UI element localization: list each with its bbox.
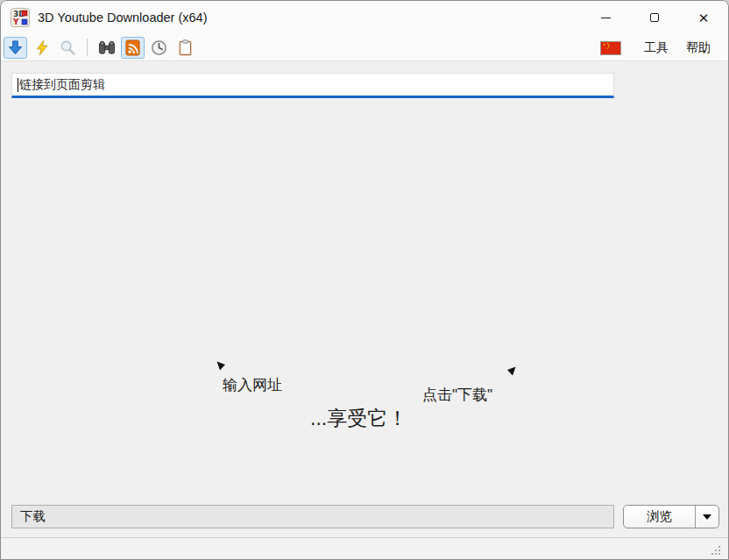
minimize-icon: [601, 18, 611, 18]
close-icon: ✕: [698, 11, 710, 25]
window-title: 3D Youtube Downloader (x64): [38, 11, 207, 25]
download-arrow-icon: [7, 39, 24, 56]
toolbar-right-group: 工具 帮助: [600, 34, 719, 61]
hint-enjoy: ...享受它！: [310, 405, 407, 432]
toolbar-analyze-button[interactable]: [56, 37, 80, 59]
main-area: 输入网址 点击"下载" ...享受它！: [1, 101, 728, 500]
clipboard-icon: [178, 39, 193, 56]
browse-dropdown-toggle[interactable]: [696, 514, 718, 520]
china-flag-icon[interactable]: [600, 41, 621, 55]
app-logo-icon: 3D Y: [11, 8, 30, 27]
browse-button-label: 浏览: [624, 508, 695, 525]
menu-tools[interactable]: 工具: [635, 37, 677, 60]
statusbar: [1, 537, 728, 560]
menu-help[interactable]: 帮助: [677, 37, 719, 60]
browse-split-button[interactable]: 浏览: [623, 505, 719, 528]
hint-enter-url: 输入网址: [223, 375, 282, 395]
download-folder-field[interactable]: 下载: [11, 505, 614, 528]
maximize-icon: [650, 13, 659, 22]
toolbar-browser-watch-button[interactable]: [95, 37, 118, 59]
toolbar-download-button[interactable]: [4, 37, 27, 59]
hint-click-download: 点击"下载": [422, 385, 492, 405]
minimize-button[interactable]: [581, 1, 630, 34]
url-row: 链接到页面剪辑 下载: [1, 62, 728, 101]
window-controls: ✕: [581, 1, 728, 34]
hint-arrow-up-right-icon: [506, 366, 516, 377]
text-caret: [18, 78, 18, 92]
toolbar-scheduler-button[interactable]: [147, 37, 171, 59]
binoculars-icon: [98, 39, 116, 55]
resize-grip-icon[interactable]: [711, 545, 722, 556]
app-window: 3D Y 3D Youtube Downloader (x64) ✕: [0, 0, 729, 560]
toolbar-separator: [87, 39, 88, 56]
svg-text:Y: Y: [12, 18, 19, 26]
download-folder-value: 下载: [20, 508, 46, 525]
search-icon: [60, 39, 76, 56]
close-button[interactable]: ✕: [679, 1, 728, 34]
titlebar[interactable]: 3D Y 3D Youtube Downloader (x64) ✕: [1, 1, 728, 34]
url-input-value: 链接到页面剪辑: [19, 77, 105, 93]
bottom-row: 下载: [1, 500, 728, 537]
lightning-icon: [34, 39, 50, 56]
toolbar: 工具 帮助: [1, 34, 728, 61]
url-input[interactable]: 链接到页面剪辑: [11, 73, 614, 98]
toolbar-rss-feed-button[interactable]: [121, 37, 145, 59]
rss-feed-icon: [125, 39, 140, 56]
history-clock-icon: [151, 39, 167, 56]
toolbar-clipboard-button[interactable]: [173, 37, 197, 59]
toolbar-quick-download-button[interactable]: [30, 37, 53, 59]
hint-arrow-up-left-icon: [216, 361, 226, 372]
maximize-button[interactable]: [630, 1, 679, 34]
chevron-down-icon: [703, 514, 711, 520]
